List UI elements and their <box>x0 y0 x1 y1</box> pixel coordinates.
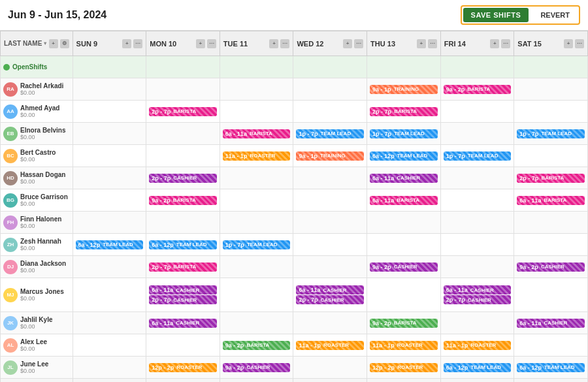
sales-budget-mon10: $0.00 <box>146 379 220 383</box>
shift-block[interactable]: 12p - 2pROASTER <box>149 363 217 372</box>
mon10-header[interactable]: MON 10 + ⋯ <box>146 31 220 56</box>
shift-block[interactable]: 1p - 7pTEAM LEAD <box>223 240 291 249</box>
shift-block[interactable]: 9a - 2pCASHIER <box>370 263 438 272</box>
table-row: BC Bert Castro $0.00 11a - 1pROASTER 9a … <box>1 145 588 167</box>
shift-block[interactable]: 2p - 7pCASHIER <box>149 295 217 304</box>
open-shifts-mon10[interactable] <box>146 56 220 78</box>
more-wed12-icon[interactable]: ⋯ <box>354 39 363 48</box>
add-sun9-icon[interactable]: + <box>122 39 131 48</box>
table-row: EB Elnora Belvins $0.00 6a - 11aBARISTA … <box>1 123 588 145</box>
shift-block[interactable]: 6a - 11aCASHIER <box>149 319 217 328</box>
employee-name-cell: AA Ahmed Ayad $0.00 <box>1 101 73 123</box>
add-tue11-icon[interactable]: + <box>269 39 278 48</box>
add-thu13-icon[interactable]: + <box>417 39 426 48</box>
shift-block[interactable]: 6a - 11aCASHIER <box>370 174 438 183</box>
shift-block[interactable]: 6a - 11aCASHIER <box>444 285 512 294</box>
shift-block[interactable]: 6a - 12pTEAM LEAD <box>444 363 512 372</box>
add-col-icon[interactable]: + <box>49 39 58 48</box>
settings-col-icon[interactable]: ⚙ <box>60 39 69 48</box>
table-row: AL Alex Lee $0.00 9a - 2pBARISTA 11a - 1… <box>1 334 588 357</box>
shift-block[interactable]: 9a - 2pBARISTA <box>370 319 438 328</box>
shift-block[interactable]: 2p - 7pBARISTA <box>370 107 438 116</box>
shift-block[interactable]: 9a - 1pTRAINING <box>370 85 438 94</box>
shift-block[interactable]: 6a - 11aCASHIER <box>517 319 585 328</box>
shift-block[interactable]: 2p - 7pBARISTA <box>517 174 585 183</box>
shift-block[interactable]: 6a - 12pTEAM LEAD <box>149 240 217 249</box>
shift-block[interactable]: 9a - 1pTRAINING <box>296 151 364 161</box>
open-shifts-sun9[interactable] <box>73 56 146 78</box>
shift-block[interactable]: 11a - 1pROASTER <box>370 341 438 350</box>
shift-block[interactable]: 1p - 7pTEAM LEAD <box>517 129 585 138</box>
shift-block[interactable]: 2p - 7pBARISTA <box>149 263 217 272</box>
open-shifts-fri14[interactable] <box>440 56 514 78</box>
shift-block[interactable]: 2p - 7pCASHIER <box>444 295 512 304</box>
add-sat15-icon[interactable]: + <box>564 39 573 48</box>
employee-name-cell: BG Bruce Garrison $0.00 <box>1 189 73 212</box>
shift-block[interactable]: 9a - 2pCASHIER <box>517 263 585 272</box>
employee-wage: $0.00 <box>20 267 66 274</box>
avatar: EB <box>3 127 18 141</box>
shift-block[interactable]: 6a - 12pTEAM LEAD <box>517 363 585 372</box>
shift-block[interactable]: 9a - 2pBARISTA <box>149 196 217 205</box>
shift-block[interactable]: 6a - 11aBARISTA <box>370 196 438 205</box>
sun9-header[interactable]: SUN 9 + ⋯ <box>73 31 146 56</box>
table-row: RA Rachel Arkadi $0.00 9a - 1pTRAINING 9… <box>1 78 588 101</box>
more-sat15-icon[interactable]: ⋯ <box>575 39 584 48</box>
employee-wage: $0.00 <box>20 223 61 229</box>
more-fri14-icon[interactable]: ⋯ <box>501 39 510 48</box>
wed12-header[interactable]: WED 12 + ⋯ <box>293 31 367 56</box>
shift-block[interactable]: 2p - 7pBARISTA <box>149 107 217 116</box>
employee-name-cell: EB Elnora Belvins $0.00 <box>1 123 73 145</box>
shift-block[interactable]: 6a - 11aCASHIER <box>149 285 217 294</box>
shift-block[interactable]: 6a - 11aCASHIER <box>296 285 364 294</box>
add-fri14-icon[interactable]: + <box>490 39 499 48</box>
more-sun9-icon[interactable]: ⋯ <box>133 39 142 48</box>
shift-block[interactable]: 2p - 7pCASHIER <box>296 295 364 304</box>
open-shifts-sat15[interactable] <box>514 56 588 78</box>
avatar: BC <box>3 149 18 163</box>
shift-block[interactable]: 11a - 1pROASTER <box>223 151 291 161</box>
wed12-label: WED 12 <box>297 40 323 48</box>
shift-block[interactable]: 1p - 7pTEAM LEAD <box>296 129 364 138</box>
add-wed12-icon[interactable]: + <box>343 39 352 48</box>
avatar: JK <box>3 316 18 330</box>
avatar: RA <box>3 82 18 97</box>
employee-name-cell: BC Bert Castro $0.00 <box>1 145 73 167</box>
shift-block[interactable]: 1p - 7pTEAM LEAD <box>370 129 438 138</box>
more-mon10-icon[interactable]: ⋯ <box>207 39 216 48</box>
employee-wage: $0.00 <box>20 245 61 251</box>
shift-block[interactable]: 1p - 7pTEAM LEAD <box>444 151 512 161</box>
shift-block[interactable]: 9a - 2pCASHIER <box>223 363 291 372</box>
fri14-header[interactable]: FRI 14 + ⋯ <box>440 31 514 56</box>
shift-block[interactable]: 6a - 12pTEAM LEAD <box>76 240 144 249</box>
more-thu13-icon[interactable]: ⋯ <box>428 39 437 48</box>
add-mon10-icon[interactable]: + <box>196 39 205 48</box>
employee-wage: $0.00 <box>20 89 63 96</box>
shift-block[interactable]: 9a - 2pBARISTA <box>223 341 291 350</box>
save-shifts-button[interactable]: SAVE SHIFTS <box>463 8 529 22</box>
sat15-header[interactable]: SAT 15 + ⋯ <box>514 31 588 56</box>
employee-wage: $0.00 <box>20 178 65 185</box>
shift-block[interactable]: 11a - 1pROASTER <box>444 341 512 350</box>
shift-block[interactable]: 2p - 7pCASHIER <box>149 174 217 183</box>
shift-block[interactable]: 11a - 1pROASTER <box>296 341 364 350</box>
more-tue11-icon[interactable]: ⋯ <box>280 39 289 48</box>
thu13-header[interactable]: THU 13 + ⋯ <box>367 31 441 56</box>
sales-budget-sun9: $0.00 <box>73 379 146 383</box>
revert-button[interactable]: REVERT <box>532 8 578 22</box>
employee-name: Ahmed Ayad <box>20 104 59 112</box>
shift-block[interactable]: 9a - 2pBARISTA <box>444 85 512 94</box>
open-shifts-thu13[interactable] <box>367 56 441 78</box>
shift-block[interactable]: 6a - 11aBARISTA <box>517 196 585 205</box>
shift-block[interactable]: 12p - 2pROASTER <box>370 363 438 372</box>
open-shifts-tue11[interactable] <box>220 56 293 78</box>
table-row: JK Jahlil Kyle $0.00 6a - 11aCASHIER 9a … <box>1 312 588 334</box>
employee-wage: $0.00 <box>20 323 52 330</box>
tue11-header[interactable]: TUE 11 + ⋯ <box>220 31 293 56</box>
avatar: DJ <box>3 260 18 274</box>
shift-block[interactable]: 6a - 11aBARISTA <box>223 129 291 138</box>
tue11-label: TUE 11 <box>223 40 248 48</box>
name-column-header[interactable]: LAST NAME ▾ + ⚙ <box>1 31 73 56</box>
shift-block[interactable]: 6a - 12pTEAM LEAD <box>370 151 438 161</box>
open-shifts-wed12[interactable] <box>293 56 367 78</box>
